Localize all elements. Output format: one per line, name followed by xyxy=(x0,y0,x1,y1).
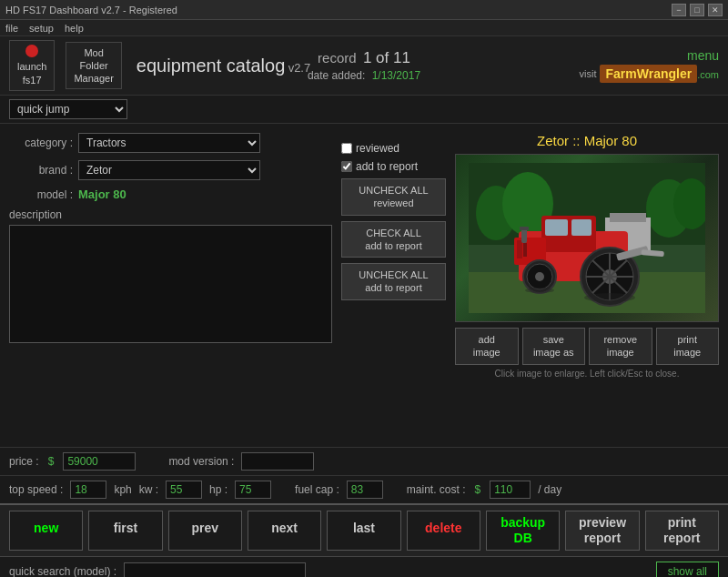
new-button[interactable]: new xyxy=(9,511,83,551)
tractor-svg xyxy=(469,163,705,313)
svg-rect-12 xyxy=(571,219,592,236)
uncheck-reviewed-button[interactable]: UNCHECK ALL reviewed xyxy=(341,178,446,216)
mod-folder-manager-button[interactable]: Mod Folder Manager xyxy=(66,42,121,90)
next-button[interactable]: next xyxy=(248,511,321,551)
print-report-button[interactable]: print report xyxy=(645,511,719,551)
price-stats-row: price : $ mod version : xyxy=(0,447,728,475)
title-bar-controls: − □ ✕ xyxy=(672,4,723,16)
category-label: category : xyxy=(9,137,73,149)
svg-point-29 xyxy=(525,288,554,293)
title-bar: HD FS17 Dashboard v2.7 - Registered − □ … xyxy=(0,0,728,20)
record-label: record xyxy=(318,50,357,66)
mod-folder-label: Mod Folder Manager xyxy=(74,47,113,85)
backup-db-button[interactable]: backup DB xyxy=(486,511,560,551)
kph-label: kph xyxy=(114,483,131,496)
menu-bar: file setup help xyxy=(0,20,728,36)
reviewed-checkbox-row: reviewed xyxy=(341,142,446,155)
record-info: record 1 of 11 date added: 1/13/2017 xyxy=(308,49,420,82)
brand-row: brand : Zetor xyxy=(9,160,332,180)
farmwrangler-area: visit FarmWrangler .com xyxy=(580,65,719,83)
svg-point-28 xyxy=(584,293,635,302)
maximize-button[interactable]: □ xyxy=(690,4,704,16)
top-speed-input[interactable] xyxy=(70,481,106,499)
top-speed-label: top speed : xyxy=(9,483,63,496)
maint-cost-label: maint. cost : xyxy=(407,483,466,496)
category-select[interactable]: Tractors xyxy=(78,133,260,153)
search-label: quick search (model) : xyxy=(9,565,116,577)
add-to-report-checkbox[interactable] xyxy=(341,161,352,172)
fuel-cap-input[interactable] xyxy=(347,481,383,499)
description-label: description xyxy=(9,208,62,221)
description-textarea[interactable] xyxy=(9,225,332,343)
header-right: menu visit FarmWrangler .com xyxy=(580,48,719,83)
svg-rect-17 xyxy=(520,227,529,230)
category-row: category : Tractors xyxy=(9,133,332,153)
center-controls: reviewed add to report UNCHECK ALL revie… xyxy=(341,133,446,438)
image-hint: Click image to enlarge. Left click/Esc t… xyxy=(455,369,719,379)
print-image-button[interactable]: print image xyxy=(656,328,720,365)
farmwrangler-logo: FarmWrangler xyxy=(600,65,697,83)
quick-jump-bar: quick jump xyxy=(0,96,728,124)
reviewed-label: reviewed xyxy=(356,142,399,155)
check-report-button[interactable]: CHECK ALL add to report xyxy=(341,221,446,258)
add-image-button[interactable]: add image xyxy=(455,328,519,365)
title-bar-text: HD FS17 Dashboard v2.7 - Registered xyxy=(5,5,177,15)
visit-label: visit xyxy=(580,68,597,79)
model-value: Major 80 xyxy=(78,187,126,201)
hp-input[interactable] xyxy=(235,481,271,499)
save-image-as-button[interactable]: save image as xyxy=(522,328,586,365)
add-to-report-label: add to report xyxy=(356,160,418,173)
launch-fs17-button[interactable]: launch fs17 xyxy=(9,40,55,91)
brand-select[interactable]: Zetor xyxy=(78,160,260,180)
price-input[interactable] xyxy=(63,452,136,471)
image-area: Zetor :: Major 80 xyxy=(455,133,719,438)
search-bar: quick search (model) : show all xyxy=(0,556,728,577)
form-area: category : Tractors brand : Zetor model … xyxy=(9,133,332,438)
date-added-value: 1/13/2017 xyxy=(372,69,420,82)
svg-rect-16 xyxy=(521,228,527,243)
image-buttons: add image save image as remove image pri… xyxy=(455,328,719,365)
dollar-sign-2: $ xyxy=(475,483,481,496)
first-button[interactable]: first xyxy=(88,511,162,551)
last-button[interactable]: last xyxy=(327,511,400,551)
menu-top-button[interactable]: menu xyxy=(687,48,719,63)
date-added-label: date added: xyxy=(308,69,365,82)
close-button[interactable]: ✕ xyxy=(708,4,723,16)
menu-help[interactable]: help xyxy=(65,23,84,34)
svg-rect-15 xyxy=(523,243,527,257)
maint-cost-input[interactable] xyxy=(490,481,531,499)
svg-point-27 xyxy=(535,272,544,281)
launch-label: launch fs17 xyxy=(17,61,46,85)
menu-file[interactable]: file xyxy=(5,23,18,34)
speed-stats-row: top speed : kph kw : hp : fuel cap : mai… xyxy=(0,475,728,503)
navigation-buttons: new first prev next last delete backup D… xyxy=(0,503,728,556)
add-to-report-checkbox-row: add to report xyxy=(341,160,446,173)
svg-rect-11 xyxy=(545,219,568,236)
quick-jump-select[interactable]: quick jump xyxy=(9,99,127,119)
hp-label: hp : xyxy=(209,483,228,496)
dollar-sign: $ xyxy=(48,455,55,468)
reviewed-checkbox[interactable] xyxy=(341,143,352,154)
prev-button[interactable]: prev xyxy=(168,511,242,551)
minimize-button[interactable]: − xyxy=(672,4,686,16)
brand-label: brand : xyxy=(9,164,73,177)
uncheck-report-button[interactable]: UNCHECK ALL add to report xyxy=(341,263,446,300)
preview-report-button[interactable]: preview report xyxy=(565,511,639,551)
menu-setup[interactable]: setup xyxy=(29,23,54,34)
kw-input[interactable] xyxy=(166,481,202,499)
show-all-button[interactable]: show all xyxy=(656,562,719,577)
header: launch fs17 Mod Folder Manager equipment… xyxy=(0,36,728,96)
svg-rect-7 xyxy=(610,213,646,222)
mod-version-input[interactable] xyxy=(241,452,314,471)
equipment-image[interactable] xyxy=(455,154,719,322)
item-title: Zetor :: Major 80 xyxy=(455,133,719,148)
search-input[interactable] xyxy=(124,562,306,577)
farmwrangler-com: .com xyxy=(697,69,719,80)
delete-button[interactable]: delete xyxy=(407,511,480,551)
mod-version-label: mod version : xyxy=(168,455,234,468)
remove-image-button[interactable]: remove image xyxy=(589,328,652,365)
description-section: description xyxy=(9,208,332,346)
model-row: model : Major 80 xyxy=(9,187,332,201)
description-wrapper xyxy=(9,225,332,346)
kw-label: kw : xyxy=(139,483,158,496)
